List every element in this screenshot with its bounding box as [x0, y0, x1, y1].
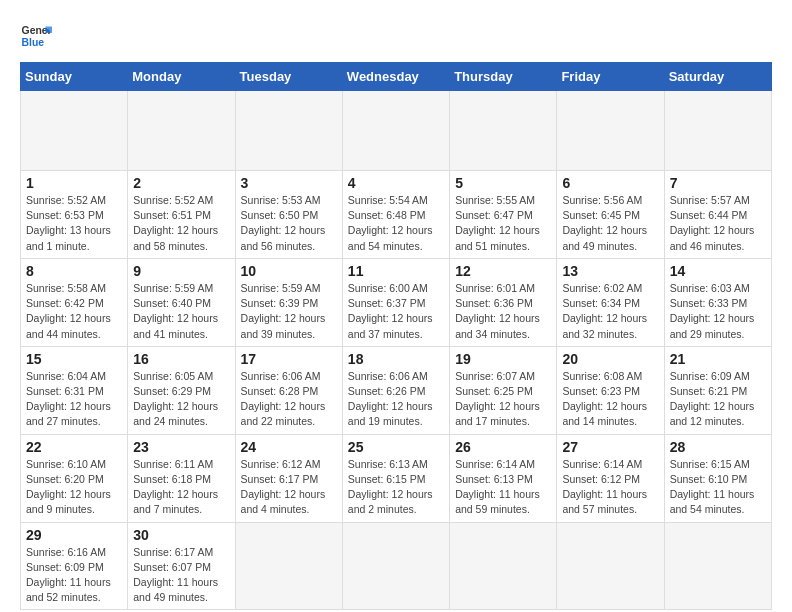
day-info: Sunrise: 6:03 AMSunset: 6:33 PMDaylight:… [670, 281, 766, 342]
day-number: 26 [455, 439, 551, 455]
calendar-cell: 7Sunrise: 5:57 AMSunset: 6:44 PMDaylight… [664, 171, 771, 259]
calendar-cell: 24Sunrise: 6:12 AMSunset: 6:17 PMDayligh… [235, 434, 342, 522]
day-info: Sunrise: 6:12 AMSunset: 6:17 PMDaylight:… [241, 457, 337, 518]
day-number: 23 [133, 439, 229, 455]
calendar-cell: 19Sunrise: 6:07 AMSunset: 6:25 PMDayligh… [450, 346, 557, 434]
day-info: Sunrise: 6:11 AMSunset: 6:18 PMDaylight:… [133, 457, 229, 518]
day-info: Sunrise: 5:56 AMSunset: 6:45 PMDaylight:… [562, 193, 658, 254]
calendar-header: SundayMondayTuesdayWednesdayThursdayFrid… [21, 63, 772, 91]
day-number: 7 [670, 175, 766, 191]
calendar-cell: 29Sunrise: 6:16 AMSunset: 6:09 PMDayligh… [21, 522, 128, 610]
calendar-cell [450, 522, 557, 610]
day-info: Sunrise: 5:59 AMSunset: 6:39 PMDaylight:… [241, 281, 337, 342]
day-number: 8 [26, 263, 122, 279]
calendar-cell: 22Sunrise: 6:10 AMSunset: 6:20 PMDayligh… [21, 434, 128, 522]
calendar-cell [450, 91, 557, 171]
day-number: 12 [455, 263, 551, 279]
calendar-cell: 9Sunrise: 5:59 AMSunset: 6:40 PMDaylight… [128, 258, 235, 346]
day-number: 6 [562, 175, 658, 191]
page-header: General Blue [20, 20, 772, 52]
calendar-cell: 15Sunrise: 6:04 AMSunset: 6:31 PMDayligh… [21, 346, 128, 434]
calendar-cell: 14Sunrise: 6:03 AMSunset: 6:33 PMDayligh… [664, 258, 771, 346]
day-number: 14 [670, 263, 766, 279]
weekday-row: SundayMondayTuesdayWednesdayThursdayFrid… [21, 63, 772, 91]
day-info: Sunrise: 6:06 AMSunset: 6:26 PMDaylight:… [348, 369, 444, 430]
calendar-cell: 20Sunrise: 6:08 AMSunset: 6:23 PMDayligh… [557, 346, 664, 434]
calendar-week-row: 29Sunrise: 6:16 AMSunset: 6:09 PMDayligh… [21, 522, 772, 610]
calendar-cell [235, 522, 342, 610]
calendar-cell: 26Sunrise: 6:14 AMSunset: 6:13 PMDayligh… [450, 434, 557, 522]
day-number: 27 [562, 439, 658, 455]
calendar-cell: 30Sunrise: 6:17 AMSunset: 6:07 PMDayligh… [128, 522, 235, 610]
day-info: Sunrise: 5:53 AMSunset: 6:50 PMDaylight:… [241, 193, 337, 254]
calendar-week-row: 8Sunrise: 5:58 AMSunset: 6:42 PMDaylight… [21, 258, 772, 346]
calendar-cell: 8Sunrise: 5:58 AMSunset: 6:42 PMDaylight… [21, 258, 128, 346]
calendar-body: 1Sunrise: 5:52 AMSunset: 6:53 PMDaylight… [21, 91, 772, 610]
day-number: 25 [348, 439, 444, 455]
day-number: 29 [26, 527, 122, 543]
svg-text:Blue: Blue [22, 37, 45, 48]
calendar-cell [342, 522, 449, 610]
day-info: Sunrise: 6:05 AMSunset: 6:29 PMDaylight:… [133, 369, 229, 430]
calendar-week-row [21, 91, 772, 171]
calendar-cell: 27Sunrise: 6:14 AMSunset: 6:12 PMDayligh… [557, 434, 664, 522]
day-info: Sunrise: 5:54 AMSunset: 6:48 PMDaylight:… [348, 193, 444, 254]
day-number: 21 [670, 351, 766, 367]
day-number: 22 [26, 439, 122, 455]
day-info: Sunrise: 6:15 AMSunset: 6:10 PMDaylight:… [670, 457, 766, 518]
day-number: 30 [133, 527, 229, 543]
weekday-header-thursday: Thursday [450, 63, 557, 91]
calendar-cell: 13Sunrise: 6:02 AMSunset: 6:34 PMDayligh… [557, 258, 664, 346]
calendar-cell: 23Sunrise: 6:11 AMSunset: 6:18 PMDayligh… [128, 434, 235, 522]
calendar-cell: 5Sunrise: 5:55 AMSunset: 6:47 PMDaylight… [450, 171, 557, 259]
calendar-cell [557, 91, 664, 171]
calendar-week-row: 15Sunrise: 6:04 AMSunset: 6:31 PMDayligh… [21, 346, 772, 434]
day-number: 13 [562, 263, 658, 279]
calendar-cell [557, 522, 664, 610]
day-number: 24 [241, 439, 337, 455]
day-info: Sunrise: 6:14 AMSunset: 6:13 PMDaylight:… [455, 457, 551, 518]
calendar-cell: 28Sunrise: 6:15 AMSunset: 6:10 PMDayligh… [664, 434, 771, 522]
calendar-cell: 25Sunrise: 6:13 AMSunset: 6:15 PMDayligh… [342, 434, 449, 522]
day-number: 4 [348, 175, 444, 191]
weekday-header-saturday: Saturday [664, 63, 771, 91]
calendar-cell: 16Sunrise: 6:05 AMSunset: 6:29 PMDayligh… [128, 346, 235, 434]
logo: General Blue [20, 20, 52, 52]
day-info: Sunrise: 6:10 AMSunset: 6:20 PMDaylight:… [26, 457, 122, 518]
day-info: Sunrise: 6:14 AMSunset: 6:12 PMDaylight:… [562, 457, 658, 518]
weekday-header-tuesday: Tuesday [235, 63, 342, 91]
weekday-header-monday: Monday [128, 63, 235, 91]
day-info: Sunrise: 6:16 AMSunset: 6:09 PMDaylight:… [26, 545, 122, 606]
day-info: Sunrise: 5:52 AMSunset: 6:51 PMDaylight:… [133, 193, 229, 254]
day-info: Sunrise: 6:13 AMSunset: 6:15 PMDaylight:… [348, 457, 444, 518]
day-number: 10 [241, 263, 337, 279]
calendar-cell: 10Sunrise: 5:59 AMSunset: 6:39 PMDayligh… [235, 258, 342, 346]
day-info: Sunrise: 6:00 AMSunset: 6:37 PMDaylight:… [348, 281, 444, 342]
calendar-cell [128, 91, 235, 171]
day-info: Sunrise: 6:04 AMSunset: 6:31 PMDaylight:… [26, 369, 122, 430]
day-info: Sunrise: 6:06 AMSunset: 6:28 PMDaylight:… [241, 369, 337, 430]
day-number: 18 [348, 351, 444, 367]
calendar-cell: 21Sunrise: 6:09 AMSunset: 6:21 PMDayligh… [664, 346, 771, 434]
day-number: 1 [26, 175, 122, 191]
logo-icon: General Blue [20, 20, 52, 52]
calendar-cell [664, 522, 771, 610]
day-number: 3 [241, 175, 337, 191]
day-info: Sunrise: 5:59 AMSunset: 6:40 PMDaylight:… [133, 281, 229, 342]
calendar-cell [664, 91, 771, 171]
calendar-cell: 2Sunrise: 5:52 AMSunset: 6:51 PMDaylight… [128, 171, 235, 259]
day-number: 16 [133, 351, 229, 367]
day-number: 5 [455, 175, 551, 191]
day-info: Sunrise: 5:52 AMSunset: 6:53 PMDaylight:… [26, 193, 122, 254]
calendar-cell: 1Sunrise: 5:52 AMSunset: 6:53 PMDaylight… [21, 171, 128, 259]
day-number: 20 [562, 351, 658, 367]
day-info: Sunrise: 5:58 AMSunset: 6:42 PMDaylight:… [26, 281, 122, 342]
day-number: 15 [26, 351, 122, 367]
calendar-cell [342, 91, 449, 171]
day-number: 19 [455, 351, 551, 367]
calendar-week-row: 1Sunrise: 5:52 AMSunset: 6:53 PMDaylight… [21, 171, 772, 259]
calendar-cell: 12Sunrise: 6:01 AMSunset: 6:36 PMDayligh… [450, 258, 557, 346]
day-number: 17 [241, 351, 337, 367]
day-info: Sunrise: 6:07 AMSunset: 6:25 PMDaylight:… [455, 369, 551, 430]
weekday-header-friday: Friday [557, 63, 664, 91]
